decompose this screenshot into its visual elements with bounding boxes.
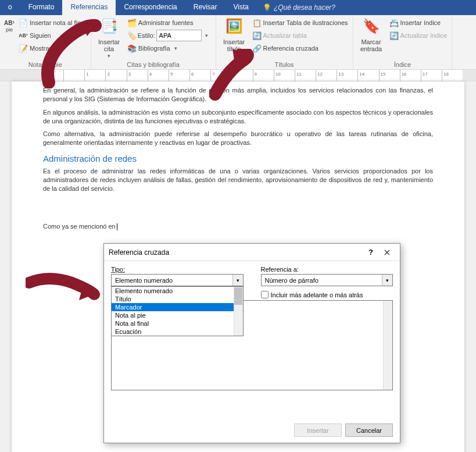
group-indice: 🔖 Marcar entrada 📇 Insertar índice 🔄 Act… — [353, 15, 453, 69]
lightbulb-icon: 💡 — [263, 3, 271, 12]
update-index-button: 🔄 Actualizar índice — [388, 29, 449, 42]
ribbon-tabs: o Formato Referencias Correspondencia Re… — [0, 0, 476, 15]
tipo-option[interactable]: Nota al final — [112, 319, 243, 328]
tipo-option[interactable]: Nota al pie — [112, 311, 243, 319]
insert-button: Insertar — [294, 423, 342, 437]
tab-formato[interactable]: Formato — [20, 0, 63, 15]
tipo-option[interactable]: Elemento numerado — [112, 287, 243, 295]
manage-sources-button[interactable]: 🗂️ Administrar fuentes — [126, 16, 212, 29]
tell-me-field[interactable]: 💡 ¿Qué desea hacer? — [257, 0, 341, 15]
dialog-close-button[interactable] — [379, 246, 395, 259]
tell-me-placeholder: ¿Qué desea hacer? — [274, 3, 335, 12]
chevron-down-icon[interactable]: ▾ — [203, 33, 211, 38]
tab-correspondencia[interactable]: Correspondencia — [116, 0, 185, 15]
text-cursor — [117, 223, 117, 230]
annotation-arrow — [31, 19, 113, 88]
dropdown-scrollbar[interactable] — [234, 287, 243, 336]
insert-table-of-figures-button[interactable]: 📋 Insertar Tabla de ilustraciones — [251, 16, 349, 29]
paragraph[interactable]: Como alternativa, la administración pued… — [43, 130, 433, 147]
insert-footnote-button[interactable]: AB¹ pie — [3, 16, 15, 55]
dialog-help-button[interactable]: ? — [363, 246, 379, 259]
chevron-down-icon[interactable]: ▾ — [382, 275, 392, 286]
endnote-icon: 📄 — [19, 18, 28, 27]
citation-style-dropdown[interactable]: 🏷️ Estilo: ▾ — [126, 29, 212, 42]
mark-entry-button[interactable]: 🔖 Marcar entrada — [357, 16, 386, 52]
tipo-label: Tipo: — [111, 266, 244, 273]
paragraph[interactable]: Es el proceso de administrar las redes i… — [43, 167, 433, 193]
style-icon: 🏷️ — [127, 31, 137, 40]
close-icon — [384, 250, 390, 255]
cross-reference-dialog: Referencia cruzada ? Tipo: Elemento nume… — [103, 243, 400, 443]
footnote-ab-icon: AB¹ — [4, 20, 15, 26]
bibliography-icon: 📚 — [127, 44, 137, 53]
show-notes-icon: 📝 — [19, 44, 28, 53]
tipo-option[interactable]: Marcador — [112, 303, 243, 311]
citation-style-input[interactable] — [156, 30, 202, 41]
include-above-below-checkbox[interactable] — [261, 291, 269, 298]
tipo-option[interactable]: Ecuación — [112, 328, 243, 336]
group-label-indice: Índice — [357, 61, 449, 69]
next-footnote-icon: AB¹ — [19, 33, 28, 38]
referencia-select[interactable]: Número de párrafo ▾ — [261, 274, 393, 286]
caption-icon: 🖼️ — [225, 19, 244, 37]
dialog-title: Referencia cruzada — [109, 248, 363, 257]
tab-prev[interactable]: o — [0, 0, 20, 15]
table-of-figures-icon: 📋 — [252, 18, 262, 27]
chevron-down-icon[interactable]: ▾ — [232, 275, 243, 286]
bibliography-button[interactable]: 📚 Bibliografía ▾ — [126, 42, 212, 55]
listbox-scrollbar[interactable] — [383, 301, 392, 390]
referencia-label: Referencia a: — [261, 266, 393, 273]
tipo-dropdown-list: Elemento numeradoTítuloMarcadorNota al p… — [111, 286, 244, 336]
tipo-option[interactable]: Título — [112, 295, 243, 303]
chevron-down-icon: ▾ — [172, 45, 180, 51]
tab-referencias[interactable]: Referencias — [62, 0, 116, 15]
mark-entry-icon: 🔖 — [362, 19, 381, 37]
cancel-button[interactable]: Cancelar — [345, 423, 393, 437]
heading[interactable]: Administración de redes — [43, 153, 433, 165]
annotation-arrow — [26, 271, 101, 312]
dialog-titlebar[interactable]: Referencia cruzada ? — [104, 244, 400, 261]
update-table-icon: 🔄 — [252, 31, 262, 40]
update-table-button: 🔄 Actualizar tabla — [251, 29, 349, 42]
tab-vista[interactable]: Vista — [225, 0, 256, 15]
tab-revisar[interactable]: Revisar — [185, 0, 226, 15]
annotation-arrow — [209, 49, 273, 101]
update-index-icon: 🔄 — [389, 31, 399, 40]
paragraph-with-cursor[interactable]: Como ya se mencionó en — [43, 222, 433, 231]
manage-sources-icon: 🗂️ — [127, 18, 137, 27]
checkbox-label: Incluir más adelante o más atrás — [271, 291, 363, 298]
paragraph[interactable]: En algunos análisis, la administración e… — [43, 108, 433, 126]
tipo-select[interactable]: Elemento numerado ▾ Elemento numeradoTít… — [111, 274, 244, 286]
insert-index-icon: 📇 — [389, 18, 399, 27]
insert-index-button[interactable]: 📇 Insertar índice — [388, 16, 449, 29]
